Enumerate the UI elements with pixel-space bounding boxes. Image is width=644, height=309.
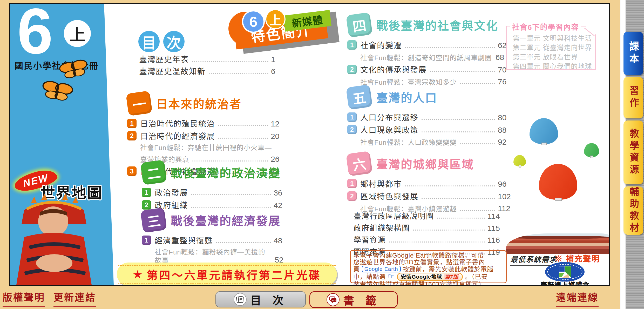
toc-sub-row[interactable]: 社會Fun輕鬆：創造奇幻空間的紙風車劇團 68 [347, 53, 517, 62]
toc-row[interactable]: 臺灣歷史年表 1 [139, 55, 290, 64]
media-box-label: 康軒線上媒體盒 [534, 280, 596, 286]
dotted-leader [192, 61, 268, 62]
sky-lantern-yellow [513, 155, 526, 166]
dotted-leader [218, 138, 268, 139]
toc-row[interactable]: 1 經濟重整與復甦 48 [142, 236, 292, 245]
toc-row[interactable]: 2 日治時代的經濟發展 20 [127, 131, 289, 141]
pages-icon [234, 293, 247, 306]
item-label: 人口分布與遷移 [360, 113, 418, 122]
pointer-hand-icon: ☞ [388, 272, 395, 280]
sky-lantern-green [584, 143, 599, 157]
toc-row[interactable]: 1 鄉村與都市 96 [347, 179, 517, 189]
temple-photo [506, 233, 609, 254]
toc-unit-2: 二 戰後臺灣的政治演變 1 政治發展 36 2 政府組織 42 [142, 161, 292, 213]
toc-row[interactable]: 政府組織架構圖 115 [354, 224, 506, 233]
toc-row[interactable]: 1 社會的變遷 62 [347, 40, 517, 50]
semester-label: 上 [69, 22, 85, 45]
bookmark-chat-icon [327, 293, 340, 306]
unit-header: 四 戰後臺灣的社會與文化 [347, 14, 517, 36]
item-page: 80 [498, 113, 517, 122]
toc-row[interactable]: 1 人口分布與遷移 80 [347, 112, 517, 122]
item-label: 政治發展 [155, 188, 188, 198]
toc-heading-char: 目 [138, 31, 160, 52]
item-page: 42 [274, 201, 292, 210]
dotted-leader [191, 207, 271, 208]
next-semester-item: 第一單元 文明與科技生活 [513, 34, 593, 43]
item-number: 1 [347, 112, 357, 122]
item-page: 48 [274, 236, 292, 245]
item-number: 1 [347, 40, 357, 50]
toc-sub-row[interactable]: 社會Fun輕鬆：臺灣宗教知多少 76 [347, 77, 517, 86]
unit-badge: 三 [140, 207, 167, 233]
item-number: 2 [347, 191, 357, 201]
dotted-leader [460, 83, 495, 84]
unit-title: 戰後臺灣的社會與文化 [376, 17, 498, 33]
media-box-logo[interactable] [545, 262, 585, 282]
dotted-leader [430, 71, 495, 72]
item-label: 鄉村與都市 [360, 179, 402, 189]
item-label: 臺灣歷史溫故知新 [139, 67, 206, 76]
toc-sub-row[interactable]: 社會Fun輕鬆：麵粉袋內褲—美援的故事 52 [142, 248, 292, 265]
notice-text: 按鍵前，需先安裝此軟體於電腦 [403, 266, 493, 273]
update-link[interactable]: 更新連結 [53, 290, 96, 307]
dotted-leader [405, 185, 495, 186]
toc-row[interactable]: 2 文化的傳承與發展 70 [347, 65, 517, 75]
toc-row[interactable]: 2 區域特色與發展 102 [347, 191, 517, 201]
min-requirements-link[interactable]: 最低系統需求 [510, 254, 557, 266]
item-label: 社會的變遷 [360, 41, 402, 50]
toc-row[interactable]: 臺灣歷史溫故知新 6 [139, 67, 290, 76]
person-left [16, 193, 92, 285]
item-number: 1 [127, 119, 137, 128]
item-label: 社會Fun輕鬆：奔馳在甘蔗田裡的小火車— [140, 144, 272, 152]
dotted-leader [191, 194, 271, 195]
item-number: 1 [347, 179, 357, 188]
dotted-leader [405, 47, 495, 48]
butterfly-icon [59, 59, 89, 80]
cover-panel: 6 上 國民小學社會第七冊 [10, 4, 124, 285]
tab-teaching-resources[interactable]: 教學資源 [623, 120, 643, 184]
dotted-leader [218, 125, 268, 126]
item-page: 76 [498, 77, 517, 86]
item-page: 12 [271, 119, 289, 129]
toc-sub-row[interactable]: 社會Fun輕鬆：奔馳在甘蔗田裡的小火車— [127, 144, 289, 152]
toc-button[interactable]: 目 次 [215, 291, 306, 307]
toc-sub-row[interactable]: 社會Fun輕鬆：人口政策變變變 92 [347, 137, 517, 147]
install-google-earth-button[interactable]: 安裝Google地球 第7版 [397, 273, 463, 281]
item-label: 社會Fun輕鬆：麵粉袋內褲—美援的故事 [155, 248, 271, 265]
toc-row[interactable]: 學習資源 116 [354, 236, 506, 245]
copyright-link[interactable]: 版權聲明 [3, 290, 45, 307]
next-semester-item: 第四單元 關心我們的地球 [513, 62, 593, 71]
item-number: 3 [127, 166, 137, 176]
toc-row[interactable]: 2 政府組織 42 [142, 200, 292, 210]
bookmark-button[interactable]: 書 籤 [309, 291, 398, 308]
toc-front-list: 臺灣歷史年表 1 臺灣歷史溫故知新 6 [139, 55, 290, 79]
notice-text: 裝者請勿點選或直接關閉1603安裝訊息即可） [353, 281, 485, 286]
dotted-leader [460, 143, 495, 144]
item-number: 2 [142, 200, 151, 210]
dotted-leader [209, 73, 268, 74]
install-label: 安裝Google地球 [401, 274, 442, 280]
toc-row[interactable]: 臺灣行政區層級說明圖 114 [354, 212, 506, 221]
unit-title: 日本來的統治者 [156, 95, 242, 112]
ebook-reader: 6 上 國民小學社會第七冊 [0, 0, 644, 309]
toc-row[interactable]: 2 人口現象與政策 88 [347, 125, 517, 135]
toc-unit-6: 六 臺灣的城鄉與區域 1 鄉村與都市 96 2 區域特色與發展 102 社會Fu… [347, 152, 517, 216]
notice-text: 中，請點選 [353, 273, 386, 280]
item-number: 1 [142, 236, 151, 245]
disc-notice-banner: ★ 第四～六單元請執行第二片光碟 [117, 263, 337, 286]
item-label: 日治時代的經濟發展 [140, 132, 215, 141]
grade-number: 6 [17, 3, 53, 68]
tab-textbook[interactable]: 課本 [623, 32, 643, 75]
tab-workbook[interactable]: 習作 [623, 77, 643, 118]
dotted-leader [422, 119, 495, 120]
next-semester-item: 第二單元 從臺灣走向世界 [513, 43, 593, 52]
toc-button-label: 目 次 [250, 292, 288, 307]
tab-auxiliary-materials[interactable]: 輔助教材 [623, 186, 643, 235]
google-earth-button[interactable]: Google Earth [362, 266, 401, 272]
item-label: 學習資源 [354, 236, 386, 245]
remote-connection-link[interactable]: 遠端連線 [556, 290, 599, 307]
semester-badge: 上 [64, 20, 91, 47]
toc-row[interactable]: 1 政治發展 36 [142, 188, 292, 198]
item-page: 92 [498, 137, 517, 147]
toc-row[interactable]: 1 日治時代的殖民統治 12 [127, 119, 289, 129]
